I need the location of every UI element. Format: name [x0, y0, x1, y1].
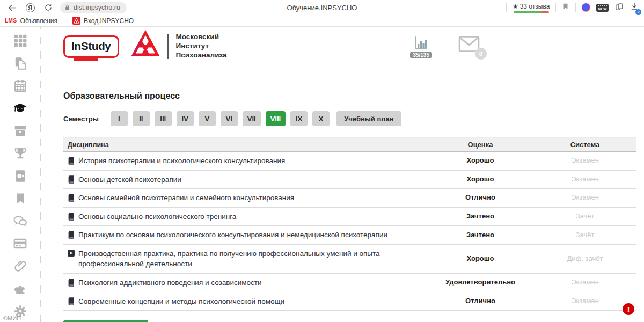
documents-icon[interactable] [13, 56, 27, 70]
institute-name: Московский Институт Психоанализа [176, 33, 227, 60]
gradebook-button[interactable]: Зачётная книжка [63, 320, 148, 322]
mip-favicon [72, 17, 80, 25]
reviews-count: 33 отзыва [520, 3, 550, 10]
separator [506, 3, 507, 12]
star-icon: ★ [513, 3, 518, 10]
grade-value: Зачтено [427, 211, 534, 222]
book-icon [68, 279, 75, 287]
semester-tab-1[interactable]: I [111, 111, 128, 126]
semester-tab-2[interactable]: II [133, 111, 150, 126]
table-row[interactable]: Психология аддиктивного поведения и соза… [63, 274, 636, 292]
system-value: Экзамен [534, 277, 636, 288]
semester-tab-4[interactable]: IV [177, 111, 194, 126]
separator [555, 3, 556, 12]
integrations-puzzle-icon[interactable] [13, 281, 27, 296]
bookmark-label: Вход.INPSYCHO [84, 17, 134, 25]
table-row[interactable]: Основы социально-психологического тренин… [63, 208, 636, 226]
book-icon [68, 297, 75, 305]
practice-video-icon [68, 250, 75, 257]
book-icon [68, 213, 75, 221]
logo-divider [167, 34, 169, 59]
progress-stats-widget[interactable]: 35/135 [410, 35, 432, 58]
bookmark-icon[interactable] [562, 2, 569, 13]
grade-value: Хорошо [427, 174, 534, 185]
collections-icon[interactable] [614, 2, 624, 13]
back-icon[interactable] [5, 1, 18, 14]
yandex-browser-icon[interactable]: Я [24, 1, 36, 14]
payments-card-icon[interactable] [13, 236, 27, 251]
alert-exclamation-icon[interactable]: ! [623, 303, 634, 315]
new-extension-icon[interactable]: NEW [596, 4, 609, 12]
downloads-icon[interactable]: 2 [630, 2, 639, 13]
app-header: InStudy Московский Институт Психоанализа… [63, 27, 636, 64]
system-value: Экзамен [534, 174, 636, 185]
table-row[interactable]: Практикум по основам психологического ко… [63, 226, 636, 245]
bookmarks-bar: LMS Объявления Вход.INPSYCHO [0, 15, 644, 27]
mip-triangle-logo[interactable] [130, 30, 161, 63]
semesters-label: Семестры [63, 115, 99, 123]
trophy-icon[interactable] [13, 146, 27, 160]
table-header-row: Дисциплина Оценка Система [63, 138, 636, 152]
grades-table: Дисциплина Оценка Система История психот… [63, 137, 636, 311]
semester-tab-10[interactable]: X [312, 111, 330, 126]
table-row[interactable]: Основы детской психотерапии Хорошо Экзам… [63, 171, 636, 189]
copyright-label: ©МИП [3, 315, 21, 321]
grade-value: Отлично [427, 193, 534, 203]
lock-icon [64, 4, 70, 11]
curriculum-button[interactable]: Учебный план [336, 111, 401, 126]
grade-value: Зачтено [427, 230, 534, 240]
main-content: InStudy Московский Институт Психоанализа… [41, 27, 644, 322]
table-row[interactable]: Современные концепции и методы психологи… [63, 292, 636, 311]
grade-value: Хорошо [427, 254, 534, 264]
bookmark-item-entry[interactable]: Вход.INPSYCHO [72, 17, 134, 25]
dashboard-grid-icon[interactable] [13, 33, 27, 48]
semester-tab-9[interactable]: IX [290, 111, 308, 126]
address-bar[interactable]: dist.inpsycho.ru [60, 2, 127, 13]
column-header-system: Система [534, 141, 636, 149]
browser-toolbar: Обучение.INPSYCHO Я dist.inpsycho.ru ★ 3… [0, 0, 644, 15]
system-value: Экзамен [534, 156, 636, 166]
system-value: Экзамен [534, 296, 636, 306]
attachments-paperclip-icon[interactable] [13, 259, 27, 273]
semester-switcher: Семестры I II III IV V VI VII VIII IX X … [63, 111, 636, 126]
video-lessons-icon[interactable] [13, 169, 27, 183]
semester-tab-5[interactable]: V [199, 111, 216, 126]
bookmark-nav-icon[interactable] [13, 191, 27, 206]
downloads-count-badge: 2 [635, 9, 641, 15]
semester-tab-6[interactable]: VI [221, 111, 238, 126]
chat-icon[interactable] [13, 214, 27, 228]
calendar-icon[interactable] [13, 78, 27, 93]
mail-count-badge: 0 [475, 48, 487, 60]
archive-box-icon[interactable] [13, 123, 27, 138]
page-title: Образовательный процесс [63, 91, 636, 101]
system-value: Экзамен [534, 193, 636, 203]
reviews-widget[interactable]: ★ 33 отзыва [513, 3, 550, 13]
grade-value: Удовлетворительно [427, 277, 534, 288]
system-value: Зачёт [534, 230, 636, 240]
book-icon [68, 175, 75, 184]
system-value: Диф. зачёт [534, 254, 636, 264]
semester-tab-8-active[interactable]: VIII [266, 111, 286, 126]
instudy-logo[interactable]: InStudy [63, 35, 119, 58]
table-row[interactable]: История психотерапии и психологического … [63, 152, 636, 171]
semester-tab-7[interactable]: VII [243, 111, 261, 126]
bar-chart-icon [413, 35, 430, 51]
education-cap-icon[interactable] [13, 101, 27, 115]
mail-widget[interactable]: 0 [458, 35, 480, 55]
extension-color-icon[interactable] [582, 3, 590, 12]
grade-value: Хорошо [427, 156, 534, 166]
sidebar: ©МИП [0, 27, 41, 322]
progress-badge: 35/135 [410, 52, 432, 58]
system-value: Зачёт [534, 211, 636, 222]
url-text: dist.inpsycho.ru [74, 4, 120, 11]
column-header-grade: Оценка [427, 141, 534, 149]
grade-value: Отлично [427, 296, 534, 306]
refresh-icon[interactable] [42, 1, 55, 14]
table-row[interactable]: Производственная практика, практика по п… [63, 245, 636, 274]
book-icon [68, 194, 75, 202]
column-header-discipline: Дисциплина [63, 141, 427, 149]
lms-favicon: LMS [5, 18, 17, 24]
bookmark-item-lms[interactable]: LMS Объявления [5, 17, 57, 25]
semester-tab-3[interactable]: III [155, 111, 172, 126]
table-row[interactable]: Основы семейной психотерапии и семейного… [63, 189, 636, 208]
